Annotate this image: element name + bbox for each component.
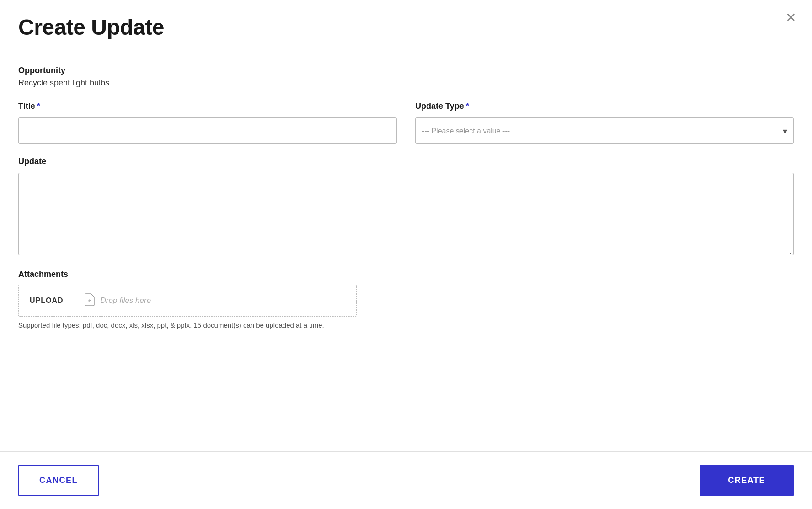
update-type-label: Update Type* (415, 101, 794, 111)
opportunity-value: Recycle spent light bulbs (18, 78, 794, 88)
title-input[interactable] (18, 117, 397, 144)
supported-types-text: Supported file types: pdf, doc, docx, xl… (18, 321, 794, 329)
upload-area: UPLOAD Drop files here (18, 285, 357, 317)
opportunity-section: Opportunity Recycle spent light bulbs (18, 66, 794, 88)
opportunity-label: Opportunity (18, 66, 794, 75)
update-label: Update (18, 157, 794, 166)
update-type-select-wrapper: --- Please select a value --- (415, 114, 794, 144)
title-type-row: Title* Update Type* --- Please select a … (18, 101, 794, 144)
upload-button[interactable]: UPLOAD (19, 285, 75, 316)
title-group: Title* (18, 101, 397, 144)
title-required: * (37, 101, 40, 111)
drop-placeholder: Drop files here (101, 296, 151, 305)
modal-footer: CANCEL CREATE (0, 451, 812, 509)
attachments-label: Attachments (18, 270, 794, 279)
modal-title: Create Update (18, 15, 794, 40)
create-update-modal: Create Update ✕ Opportunity Recycle spen… (0, 0, 812, 509)
attachments-section: Attachments UPLOAD Drop files here S (18, 270, 794, 329)
file-icon (84, 293, 95, 308)
update-section: Update (18, 157, 794, 257)
title-label: Title* (18, 101, 397, 111)
close-button[interactable]: ✕ (783, 9, 798, 27)
create-button[interactable]: CREATE (700, 465, 794, 496)
update-type-select[interactable]: --- Please select a value --- (415, 117, 794, 144)
modal-body: Opportunity Recycle spent light bulbs Ti… (0, 49, 812, 451)
update-type-required: * (466, 101, 469, 111)
modal-header: Create Update ✕ (0, 0, 812, 49)
update-type-group: Update Type* --- Please select a value -… (415, 101, 794, 144)
update-textarea[interactable] (18, 173, 794, 255)
drop-zone: Drop files here (75, 293, 356, 308)
cancel-button[interactable]: CANCEL (18, 465, 99, 496)
